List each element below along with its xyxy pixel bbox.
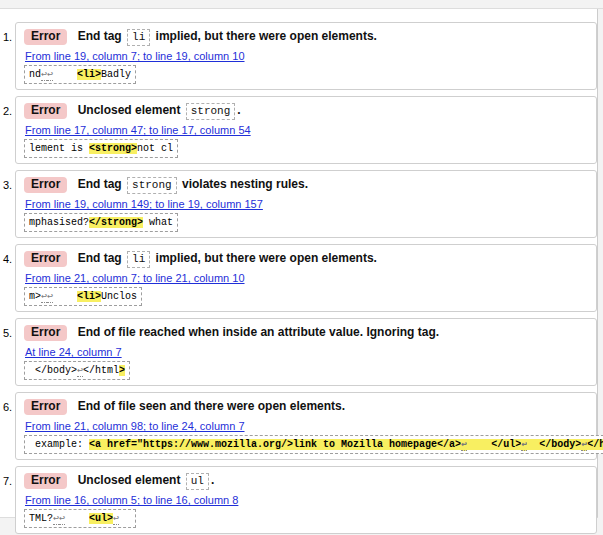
error-message: End tag li implied, but there were open … [78,251,377,265]
error-item: 7. Error Unclosed element ul. From line … [15,466,597,534]
extract-text: what [143,217,173,228]
error-message-row: Error End of file reached when inside an… [24,324,588,341]
error-item: 2. Error Unclosed element strong. From l… [15,96,597,164]
validator-results-page: { "colors": { "page_bg": "#f3f3f3", "con… [0,0,603,535]
message-inline-code: strong [186,103,236,120]
error-message-row: Error End tag strong violates nesting ru… [24,176,588,193]
error-badge: Error [24,251,67,267]
message-inline-code: strong [127,177,177,194]
highlighted-code: <strong> [89,143,137,154]
error-message: Unclosed element strong. [78,103,241,117]
extract-text [119,513,131,524]
extract-text: nd [29,69,41,80]
extract-text: Badly [101,69,131,80]
error-number: 1. [3,31,12,43]
error-extract-row: TML?↩↩ <ul>↩ [24,509,588,528]
error-badge: Error [24,473,67,489]
page-top-margin [0,0,603,9]
message-text-segment: . [237,103,240,117]
error-badge: Error [24,177,67,193]
highlighted-code: <a href="https://www.mozilla.org/>link t… [89,439,461,450]
extract-text: not cl [137,143,173,154]
error-message: End of file reached when inside an attri… [78,325,439,339]
extract-text: Unclos [101,291,137,302]
extract-text: lement is [29,143,89,154]
location-link[interactable]: From line 17, column 47; to line 17, col… [25,124,251,136]
highlighted-code: <li> [77,291,101,302]
error-list: 1. Error End tag li implied, but there w… [0,22,597,534]
error-number: 5. [3,327,12,339]
highlighted-code [467,439,491,450]
extract-text: </body> [29,365,77,376]
message-text-segment: End tag [78,177,125,191]
error-item: 5. Error End of file reached when inside… [15,318,597,386]
error-location-row: From line 19, column 149; to line 19, co… [25,197,588,210]
error-number: 4. [3,253,12,265]
error-number: 2. [3,105,12,117]
error-badge: Error [24,399,67,415]
error-extract-row: </body>↩</html> [24,361,588,380]
extract-text [65,513,89,524]
location-link[interactable]: From line 19, column 149; to line 19, co… [25,198,263,210]
extract-text: example: [29,439,89,450]
error-extract-row: mphasised?</strong> what [24,213,588,232]
error-item: 4. Error End tag li implied, but there w… [15,244,597,312]
highlighted-code: </body> [539,439,581,450]
error-badge: Error [24,103,67,119]
extract-text: </html [83,365,119,376]
highlighted-code [527,439,539,450]
message-text-segment: End of file reached when inside an attri… [78,325,439,339]
error-extract-row: example: <a href="https://www.mozilla.or… [24,435,588,454]
location-link[interactable]: From line 19, column 7; to line 19, colu… [25,50,245,62]
highlighted-code: </ul> [491,439,521,450]
location-link[interactable]: From line 21, column 98; to line 24, col… [25,420,245,432]
error-message: End of file seen and there were open ele… [78,399,345,413]
error-location-row: From line 21, column 7; to line 21, colu… [25,271,588,284]
extract-text [53,69,77,80]
error-extract-row: lement is <strong>not cl [24,139,588,158]
error-message-row: Error Unclosed element strong. [24,102,588,119]
highlighted-code: <ul> [89,513,113,524]
error-badge: Error [24,29,67,45]
message-inline-code: li [127,29,150,46]
code-extract: lement is <strong>not cl [24,139,178,158]
error-item: 6. Error End of file seen and there were… [15,392,597,460]
error-message-row: Error End of file seen and there were op… [24,398,588,415]
highlighted-code: > [119,365,125,376]
error-message: End tag li implied, but there were open … [78,29,377,43]
results-panel: 1. Error End tag li implied, but there w… [0,9,598,518]
highlighted-code: <li> [77,69,101,80]
extract-text: m> [29,291,41,302]
error-location-row: From line 16, column 5; to line 16, colu… [25,493,588,506]
error-extract-row: nd↩↩ <li>Badly [24,65,588,84]
highlighted-code: </strong> [89,217,143,228]
error-extract-row: m>↩↩ <li>Unclos [24,287,588,306]
location-link[interactable]: From line 21, column 7; to line 21, colu… [25,272,245,284]
message-text-segment: implied, but there were open elements. [152,29,377,43]
error-message-row: Error End tag li implied, but there were… [24,250,588,267]
extract-text [53,291,77,302]
error-number: 6. [3,401,12,413]
location-link[interactable]: At line 24, column 7 [25,346,122,358]
error-message: Unclosed element ul. [78,473,215,487]
message-inline-code: ul [186,473,209,490]
error-location-row: From line 17, column 47; to line 17, col… [25,123,588,136]
extract-text: mphasised? [29,217,89,228]
message-text-segment: Unclosed element [78,103,184,117]
location-link[interactable]: From line 16, column 5; to line 16, colu… [25,494,238,506]
error-message-row: Error Unclosed element ul. [24,472,588,489]
error-location-row: From line 21, column 98; to line 24, col… [25,419,588,432]
error-message-row: Error End tag li implied, but there were… [24,28,588,45]
error-number: 3. [3,179,12,191]
error-number: 7. [3,475,12,487]
error-location-row: From line 19, column 7; to line 19, colu… [25,49,588,62]
highlighted-code: </html> [587,439,603,450]
error-badge: Error [24,325,67,341]
error-message: End tag strong violates nesting rules. [78,177,308,191]
message-text-segment: End tag [78,29,125,43]
message-text-segment: implied, but there were open elements. [152,251,377,265]
error-item: 3. Error End tag strong violates nesting… [15,170,597,238]
code-extract: </body>↩</html> [24,361,130,380]
message-text-segment: . [211,473,214,487]
code-extract: TML?↩↩ <ul>↩ [24,509,136,528]
